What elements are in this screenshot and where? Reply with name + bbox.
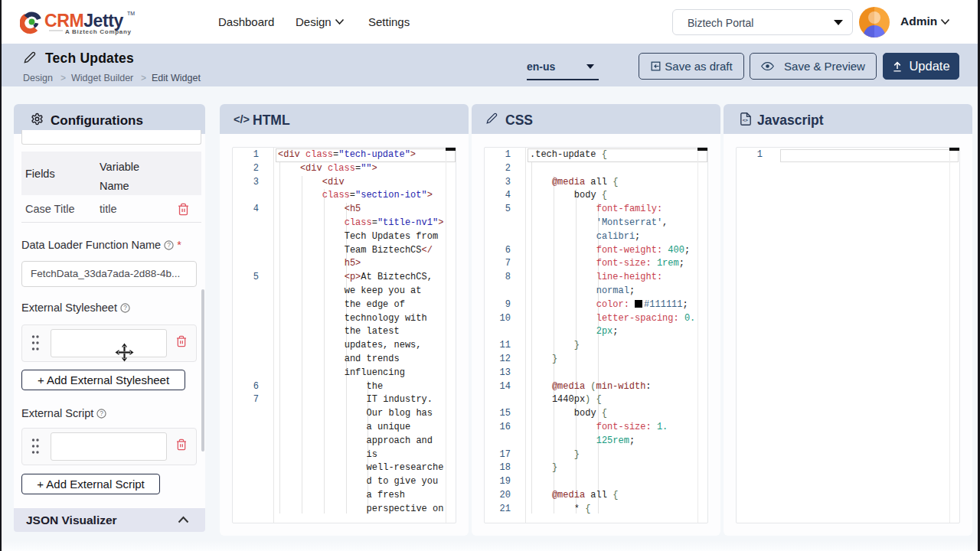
svg-text:?: ? xyxy=(167,241,171,249)
svg-text:A Biztech Company: A Biztech Company xyxy=(65,28,132,35)
svg-text:?: ? xyxy=(123,304,127,311)
svg-text:<>: <> xyxy=(743,117,749,122)
svg-text:TM: TM xyxy=(127,11,135,16)
svg-text:?: ? xyxy=(100,409,104,417)
